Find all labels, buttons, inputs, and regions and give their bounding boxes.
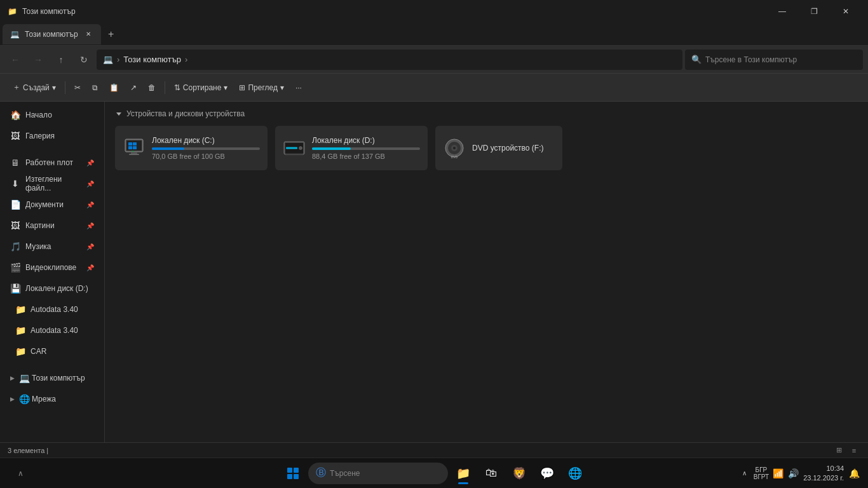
volume-icon[interactable]: 🔊 — [787, 467, 799, 480]
search-bing-icon: Ⓑ — [316, 466, 326, 480]
svg-point-12 — [299, 147, 302, 150]
whatsapp-icon: 💬 — [540, 466, 554, 480]
expand-icon-2: ▶ — [8, 395, 17, 403]
videos-icon: 🎬 — [10, 262, 20, 273]
store-icon: 🛍 — [485, 466, 497, 480]
sidebar-item-label: Музика — [25, 242, 51, 251]
path-text: Този компютър — [123, 55, 181, 64]
svg-rect-13 — [286, 147, 297, 149]
drive-c-name: Локален диск (C:) — [152, 136, 260, 145]
taskbar-chevron-button[interactable]: ∧ — [8, 461, 33, 486]
taskbar: ∧ Ⓑ Търсене 📁 🛍 🦁 💬 🌐 — [0, 458, 868, 488]
taskbar-whatsapp[interactable]: 💬 — [534, 461, 560, 486]
chevron-down-icon: ▾ — [52, 83, 56, 92]
search-box[interactable]: 🔍 Търсене в Този компютър — [685, 50, 863, 70]
collapse-arrow[interactable] — [115, 110, 123, 118]
grid-view-button[interactable]: ⊞ — [832, 445, 845, 456]
sidebar-item-videos[interactable]: 🎬 Видеоклипове 📌 — [3, 257, 102, 278]
taskbar-search[interactable]: Ⓑ Търсене — [308, 463, 448, 484]
sidebar-item-downloads[interactable]: ⬇ Изтеглени файл... 📌 — [3, 173, 102, 194]
svg-rect-5 — [128, 142, 132, 146]
sort-button[interactable]: ⇅ Сортиране ▾ — [169, 78, 233, 98]
drive-c-icon — [123, 137, 146, 159]
address-path[interactable]: 💻 › Този компютър › — [97, 50, 682, 70]
sidebar-item-label: CAR — [31, 347, 46, 356]
drive-d-name: Локален диск (D:) — [312, 136, 420, 145]
notify-area: ∧ БГР ВГРТ 📶 🔊 — [738, 466, 799, 480]
sidebar-item-home[interactable]: 🏠 Начало — [3, 105, 102, 125]
delete-button[interactable]: 🗑 — [143, 78, 161, 98]
sidebar-item-label: Документи — [25, 200, 64, 209]
share-button[interactable]: ↗ — [125, 78, 142, 98]
tray-expand-button[interactable]: ∧ — [738, 467, 751, 480]
sidebar-item-music[interactable]: 🎵 Музика 📌 — [3, 236, 102, 257]
time-display: 10:34 — [826, 464, 844, 473]
tab-close-button[interactable]: ✕ — [83, 29, 93, 39]
paste-button[interactable]: 📋 — [104, 78, 124, 98]
taskbar-left: ∧ — [8, 461, 33, 486]
copy-button[interactable]: ⧉ — [87, 78, 103, 98]
sidebar-item-label: Изтеглени файл... — [25, 175, 81, 193]
drive-dvd[interactable]: DVD DVD устройство (F:) — [435, 126, 562, 170]
search-icon: 🔍 — [691, 55, 702, 64]
status-right: ⊞ ≡ — [832, 445, 860, 456]
sidebar-item-pictures[interactable]: 🖼 Картини 📌 — [3, 215, 102, 236]
clock[interactable]: 10:34 23.12.2023 г. — [803, 464, 844, 482]
sidebar-item-desktop[interactable]: 🖥 Работен плот 📌 — [3, 152, 102, 173]
pin-icon-2: 📌 — [86, 180, 94, 187]
svg-point-18 — [453, 147, 456, 149]
music-icon: 🎵 — [10, 241, 20, 252]
folder-icon: 📁 — [15, 304, 25, 315]
address-bar: ← → ↑ ↻ 💻 › Този компютър › 🔍 Търсене в … — [0, 46, 868, 74]
up-button[interactable]: ↑ — [51, 50, 71, 70]
sidebar-network[interactable]: ▶ 🌐 Мрежа — [3, 389, 102, 409]
taskbar-brave[interactable]: 🦁 — [506, 461, 532, 486]
drive-dvd-name: DVD устройство (F:) — [472, 144, 555, 152]
drive-d[interactable]: Локален диск (D:) 88,4 GB free of 137 GB — [275, 126, 428, 170]
forward-button[interactable]: → — [28, 50, 48, 70]
pin-icon-5: 📌 — [86, 243, 94, 250]
wifi-icon[interactable]: 📶 — [771, 467, 784, 480]
taskbar-store[interactable]: 🛍 — [478, 461, 504, 486]
chrome-icon: 🌐 — [568, 466, 582, 480]
sidebar-this-pc[interactable]: ▶ 💻 Този компютър — [3, 368, 102, 388]
minimize-button[interactable]: — — [768, 1, 797, 22]
cut-button[interactable]: ✂ — [69, 78, 86, 98]
more-button[interactable]: ··· — [290, 78, 307, 98]
sidebar-item-autodata1[interactable]: 📁 Autodata 3.40 — [3, 299, 102, 320]
sidebar-item-local-d[interactable]: 💾 Локален диск (D:) — [3, 278, 102, 299]
sidebar-item-label: Картини — [25, 221, 55, 230]
active-tab[interactable]: 💻 Този компютър ✕ — [3, 24, 101, 44]
list-view-button[interactable]: ≡ — [848, 445, 860, 456]
refresh-button[interactable]: ↻ — [74, 50, 94, 70]
close-button[interactable]: ✕ — [831, 1, 860, 22]
back-button[interactable]: ← — [5, 50, 25, 70]
toolbar-divider — [65, 81, 65, 94]
sidebar-item-autodata2[interactable]: 📁 Autodata 3.40 — [3, 320, 102, 341]
drive-d-bar-fill — [312, 147, 351, 150]
sidebar-item-gallery[interactable]: 🖼 Галерия — [3, 126, 102, 146]
view-button[interactable]: ⊞ Преглед ▾ — [234, 78, 289, 98]
taskbar-center: Ⓑ Търсене 📁 🛍 🦁 💬 🌐 — [280, 461, 588, 486]
new-tab-button[interactable]: + — [101, 24, 121, 44]
date-display: 23.12.2023 г. — [803, 473, 844, 482]
start-button[interactable] — [280, 461, 306, 486]
title-bar-left: 📁 Този компютър — [8, 7, 76, 16]
sidebar-item-car[interactable]: 📁 CAR — [3, 341, 102, 362]
drive-c[interactable]: Локален диск (C:) 70,0 GB free of 100 GB — [115, 126, 268, 170]
search-taskbar-label: Търсене — [330, 469, 360, 478]
notification-button[interactable]: 🔔 — [848, 467, 860, 480]
sidebar-item-label: Работен плот — [25, 158, 73, 167]
explorer-icon: 📁 — [456, 466, 470, 480]
maximize-button[interactable]: ❐ — [799, 1, 829, 22]
sidebar-item-documents[interactable]: 📄 Документи 📌 — [3, 194, 102, 215]
taskbar-chrome[interactable]: 🌐 — [562, 461, 588, 486]
drive-d-info: Локален диск (D:) 88,4 GB free of 137 GB — [312, 136, 420, 160]
new-button[interactable]: ＋ Създай ▾ — [8, 78, 61, 98]
folder-icon-2: 📁 — [15, 325, 25, 336]
taskbar-explorer[interactable]: 📁 — [451, 461, 476, 486]
toolbar-divider-2 — [165, 81, 165, 94]
pin-icon: 📌 — [86, 159, 94, 166]
language-indicator[interactable]: БГР ВГРТ — [754, 466, 769, 480]
item-count: 3 елемента | — [8, 447, 48, 454]
